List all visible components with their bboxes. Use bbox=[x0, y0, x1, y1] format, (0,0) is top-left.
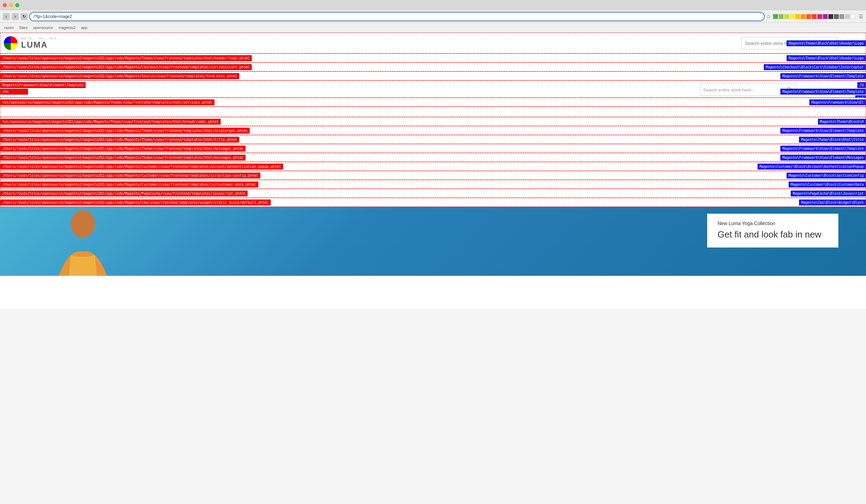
url-bar[interactable] bbox=[30, 12, 764, 21]
browser-nav-bar: ‹ › ↻ ☆ ☰ bbox=[0, 10, 866, 23]
color-yellow bbox=[790, 14, 795, 19]
template-path-messages1: /Users/razen/Sites/opensource/magento2/m… bbox=[0, 146, 246, 152]
template-row-javascript: /Users/razen/Sites/opensource/magento2/m… bbox=[0, 189, 866, 198]
template-row-messages1: /Users/razen/Sites/opensource/magento2/m… bbox=[0, 144, 866, 153]
template-row-minicart: /Users/razen/Sites/opensource/magento2/m… bbox=[0, 62, 866, 71]
template-row-logo: /Users/razen/Sites/opensource/magento2/m… bbox=[0, 54, 866, 62]
color-lighter-gray bbox=[845, 14, 850, 19]
template-class-minicart: Magento\Checkout\Block\Cart\Sidebar\Inte… bbox=[764, 64, 866, 70]
bookmark-magento2[interactable]: magento2 bbox=[57, 25, 77, 30]
template-row-search-overlay: Magento\Framework\View\Element\Template … bbox=[0, 80, 866, 98]
search-placeholder-text: Search entire store here... bbox=[703, 87, 755, 93]
hero-section: New Luma Yoga Collection Get fit and loo… bbox=[0, 207, 866, 276]
template-row-breadcrumbs: tes/opensource/magento2/magento202/app/c… bbox=[0, 117, 866, 126]
bookmark-razen[interactable]: razen bbox=[3, 25, 15, 30]
spacer-row bbox=[0, 107, 866, 117]
framework-template-left: Magento\Framework\View\Element\Template bbox=[0, 82, 86, 88]
logo-text: LUMA bbox=[21, 40, 61, 50]
hero-text-box: New Luma Yoga Collection Get fit and loo… bbox=[707, 214, 838, 248]
svg-point-2 bbox=[71, 210, 95, 238]
header-logo-row: aze /S... /co... is a... LUMA Magento\Th… bbox=[0, 33, 866, 54]
logo-icon bbox=[4, 36, 18, 50]
template-class-default-phtml: Magento\Cms\Block\Widget\Block bbox=[799, 200, 866, 205]
template-path-javascript: /Users/razen/Sites/opensource/magento2/m… bbox=[0, 191, 248, 196]
header-logo-class: Magento\Theme\Block\Html\Header\Logo bbox=[787, 40, 866, 46]
close-btn[interactable] bbox=[3, 3, 7, 7]
refresh-button[interactable]: ↻ bbox=[21, 13, 28, 20]
template-row-title: /Users/razen/Sites/opensource/magento2/m… bbox=[0, 135, 866, 144]
template-path-section-config: /Users/razen/Sites/opensource/magento2/m… bbox=[0, 173, 260, 178]
color-deep-orange bbox=[806, 14, 811, 19]
color-pink bbox=[817, 14, 822, 19]
template-class-sections: Magento\Framework\View\El bbox=[809, 99, 866, 105]
template-class-section-config: Magento\Customer\Block\SectionConfig bbox=[787, 173, 866, 178]
template-row-customer-data: /Users/razen/Sites/opensource/magento2/m… bbox=[0, 180, 866, 189]
bookmark-icon[interactable]: ☆ bbox=[766, 13, 771, 20]
template-class-javascript: Magento\PageCache\Block\Javascript bbox=[791, 191, 866, 196]
framework-class-right1: /U bbox=[857, 82, 866, 88]
color-amber bbox=[795, 14, 800, 19]
color-gray bbox=[834, 14, 839, 19]
template-class-customer-data: Magento\Customer\Block\CustomerData bbox=[789, 182, 866, 187]
color-orange bbox=[801, 14, 806, 19]
browser-chrome: ‹ › ↻ ☆ ☰ razen Sites opensource bbox=[0, 0, 866, 33]
forward-button[interactable]: › bbox=[12, 13, 19, 20]
bookmark-app[interactable]: app bbox=[79, 25, 88, 30]
color-dark bbox=[828, 14, 833, 19]
template-class-title: Magento\Theme\Block\Html\Title bbox=[799, 137, 866, 143]
template-path-minicart: /Users/razen/Sites/opensource/magento2/m… bbox=[0, 64, 252, 70]
back-button[interactable]: ‹ bbox=[3, 13, 10, 20]
path-us-left: /Us bbox=[0, 89, 28, 95]
framework-class-right2: Magento\Framework\View\Element\Template bbox=[780, 89, 866, 95]
toolbar-colors bbox=[773, 14, 855, 19]
template-row-default-phtml: /Users/razen/Sites/opensource/magento2/m… bbox=[0, 198, 866, 207]
color-green bbox=[773, 14, 778, 19]
template-path-customer-data: /Users/razen/Sites/opensource/magento2/m… bbox=[0, 182, 258, 187]
template-path-skiptarget: /Users/razen/Sites/opensource/magento2/m… bbox=[0, 128, 250, 134]
minimize-btn[interactable] bbox=[9, 3, 13, 7]
color-white bbox=[850, 14, 855, 19]
hero-subtitle: New Luma Yoga Collection bbox=[718, 221, 828, 226]
color-red bbox=[812, 14, 817, 19]
template-class-auth-popup: Magento\Customer\Block\Account\Authentic… bbox=[758, 164, 866, 169]
logo-area: aze /S... /co... is a... LUMA bbox=[4, 36, 61, 50]
template-class-search: Magento\Framework\View\Element\Template bbox=[780, 73, 866, 79]
template-path-messages2: /Users/razen/Sites/opensource/magento2/m… bbox=[0, 155, 246, 161]
template-path-title: /Users/razen/Sites/opensource/magento2/m… bbox=[0, 137, 239, 143]
color-light-gray bbox=[839, 14, 844, 19]
bookmarks-bar: razen Sites opensource magento2 app bbox=[0, 23, 866, 32]
bookmark-opensource[interactable]: opensource bbox=[32, 25, 55, 30]
template-class-logo: Magento\Theme\Block\Html\Header\Logo bbox=[787, 55, 866, 61]
template-class-messages2: Magento\Framework\View\Element\Messages bbox=[780, 155, 866, 161]
bookmark-sites[interactable]: Sites bbox=[18, 25, 29, 30]
template-path-sections: tes/opensource/magento2/magento202/app/c… bbox=[0, 99, 214, 105]
hero-person-svg bbox=[41, 207, 124, 276]
template-row-messages2: /Users/razen/Sites/opensource/magento2/m… bbox=[0, 153, 866, 162]
template-path-breadcrumbs: tes/opensource/magento2/magento202/app/c… bbox=[0, 119, 221, 125]
hero-title: Get fit and look fab in new bbox=[718, 229, 828, 241]
logo-path-hint: aze /S... /co... is a... bbox=[21, 37, 61, 40]
template-class-messages1: Magento\Framework\View\Element\Template bbox=[780, 146, 866, 152]
template-class-breadcrumbs: Magento\Theme\Block\H bbox=[818, 119, 866, 125]
template-row-sections: tes/opensource/magento2/magento202/app/c… bbox=[0, 98, 866, 107]
template-path-search: /Users/razen/Sites/opensource/magento2/m… bbox=[0, 73, 239, 79]
hero-person-container bbox=[41, 207, 124, 276]
page-content: aze /S... /co... is a... LUMA Magento\Th… bbox=[0, 33, 866, 309]
template-path-logo: /Users/razen/Sites/opensource/magento2/m… bbox=[0, 55, 252, 61]
template-path-auth-popup: /Users/razen/Sites/opensource/magento2/m… bbox=[0, 164, 283, 169]
template-row-section-config: /Users/razen/Sites/opensource/magento2/m… bbox=[0, 171, 866, 180]
browser-titlebar bbox=[0, 0, 866, 10]
template-row-search: /Users/razen/Sites/opensource/magento2/m… bbox=[0, 71, 866, 80]
extensions-icon[interactable]: ☰ bbox=[859, 14, 863, 19]
template-row-skiptarget: /Users/razen/Sites/opensource/magento2/m… bbox=[0, 126, 866, 135]
color-light-green bbox=[779, 14, 783, 19]
maximize-btn[interactable] bbox=[15, 3, 19, 7]
template-path-default-phtml: /Users/razen/Sites/opensource/magento2/m… bbox=[0, 200, 271, 205]
color-purple bbox=[823, 14, 828, 19]
template-row-auth-popup: /Users/razen/Sites/opensource/magento2/m… bbox=[0, 162, 866, 171]
color-lime bbox=[784, 14, 789, 19]
template-class-skiptarget: Magento\Framework\View\Element\Template bbox=[780, 128, 866, 134]
